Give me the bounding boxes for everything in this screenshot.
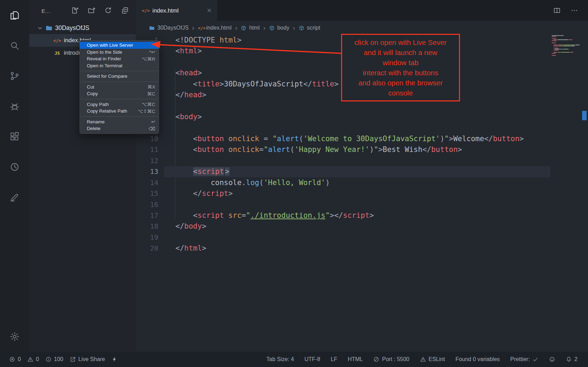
breadcrumb-item-30daysofjs[interactable]: 30DaysOfJS [149,25,189,31]
status-label: LF [331,356,337,362]
bell-icon [566,356,572,362]
menu-item-shortcut: ⌫ [149,126,155,131]
line-text[interactable] [164,232,550,243]
status-100[interactable]: 100 [45,356,63,362]
breadcrumb-item-body[interactable]: body [269,25,289,31]
menu-item-label: Open in Terminal [87,63,155,68]
folder-icon [45,24,53,32]
activity-debug-icon[interactable] [0,91,29,121]
tab-label: index.html [152,7,179,14]
activity-source-control-icon[interactable] [0,61,29,91]
annotation-line: interact with the buttons [344,68,458,78]
line-text[interactable]: </html> [164,243,550,254]
status-2[interactable]: 2 [566,356,578,362]
line-number: 20 [136,243,164,254]
line-number: 10 [136,133,164,144]
line-text[interactable] [164,123,550,133]
status-lf[interactable]: LF [331,356,337,362]
context-menu: Open with Live ServerOpen to the Side^↩R… [80,40,159,134]
breadcrumb-item-html[interactable]: html [241,25,259,31]
status-0[interactable]: 0 [27,356,39,362]
breadcrumb-separator: › [293,24,295,32]
line-text[interactable]: </body> [164,221,550,232]
status-right: Tab Size: 4UTF-8LFHTMLPort : 5500ESLintF… [266,356,578,362]
clock-icon [9,162,20,172]
annotation-line: and it will launch a new [344,47,458,58]
menu-item-open-with-live-server[interactable]: Open with Live Server [80,42,159,49]
menu-item-copy[interactable]: Copy⌘C [80,90,159,97]
code-line: 13 <script> [136,166,550,177]
activity-extensions-icon[interactable] [0,121,29,152]
status-tab-size-4[interactable]: Tab Size: 4 [266,356,294,362]
status-label: 0 [18,356,21,362]
status-smiley-icon[interactable] [549,356,555,362]
menu-item-copy-path[interactable]: Copy Path⌥⌘C [80,101,159,108]
activity-gear-icon[interactable] [0,321,29,352]
status-live-share[interactable]: Live Share [70,356,105,362]
status-label: UTF-8 [304,356,320,362]
code-line: 7 [136,101,550,112]
line-text[interactable]: <script src="./introduction.js"></script… [164,210,550,221]
menu-item-cut[interactable]: Cut⌘X [80,84,159,91]
menu-item-reveal-in-finder[interactable]: Reveal in Finder⌥⌘R [80,55,159,62]
debug-icon [9,101,20,112]
split-editor-icon[interactable] [553,7,561,14]
close-icon[interactable] [206,7,212,14]
new-folder-icon[interactable] [88,7,96,15]
activity-edit-session-icon[interactable] [0,182,29,212]
status-port-5500[interactable]: Port : 5500 [373,356,409,362]
minimap[interactable] [550,35,581,352]
status-label: Prettier: [510,356,530,362]
check-icon [532,356,538,362]
tab-bar: </> index.html [136,0,588,21]
menu-item-rename[interactable]: Rename↩ [80,118,159,125]
activity-search-icon[interactable] [0,30,29,61]
line-text[interactable]: </script> [164,188,550,199]
tab-index-html[interactable]: </> index.html [136,0,217,21]
line-text[interactable] [164,199,550,210]
menu-item-label: Open to the Side [87,49,144,55]
status-html[interactable]: HTML [348,356,363,362]
annotation-line: click on open with Live Sever [344,37,458,47]
breadcrumb-label: 30DaysOfJS [157,25,189,31]
status-utf-8[interactable]: UTF-8 [304,356,320,362]
status-lightning-icon[interactable] [111,356,118,362]
collapse-all-icon [121,7,129,14]
menu-item-open-in-terminal[interactable]: Open in Terminal [80,62,159,69]
line-text[interactable]: <body> [164,112,550,122]
html-file-icon: </> [143,7,149,14]
smiley-icon [549,356,555,362]
status-prettier[interactable]: Prettier: [510,356,538,362]
menu-item-copy-relative-path[interactable]: Copy Relative Path⌥⇧⌘C [80,108,159,115]
menu-item-open-to-the-side[interactable]: Open to the Side^↩ [80,49,159,56]
menu-item-label: Open with Live Server [87,43,155,48]
status-eslint[interactable]: ESLint [420,356,445,362]
chevron-down-icon [37,25,43,31]
more-icon[interactable] [571,7,578,14]
html-icon: </> [54,37,61,44]
folder-root-30DaysOfJS[interactable]: 30DaysOfJS [29,22,136,34]
status-found-0-variables[interactable]: Found 0 variables [455,356,500,362]
line-text[interactable]: <button onclick = "alert('Welcome to 30D… [164,133,550,144]
line-text[interactable]: console.log('Hello, World') [164,177,550,188]
new-file-icon[interactable] [71,7,79,15]
refresh-icon[interactable] [104,7,113,15]
activity-files-icon[interactable] [0,0,29,30]
line-text[interactable]: <script> [164,166,550,177]
tab-actions [553,0,588,21]
menu-item-select-for-compare[interactable]: Select for Compare [80,73,159,80]
menu-item-shortcut: ↩ [151,119,155,124]
menu-item-delete[interactable]: Delete⌫ [80,125,159,132]
code-line: 15 </script> [136,188,550,199]
status-0[interactable]: 0 [9,356,21,362]
menu-item-shortcut: ^↩ [149,49,155,55]
line-text[interactable] [164,101,550,112]
line-text[interactable]: <button onclick="alert('Happy New Year!'… [164,144,550,155]
activity-clock-icon[interactable] [0,152,29,182]
breadcrumb-item-script[interactable]: script [299,25,320,31]
minimap-content [550,35,581,56]
line-text[interactable] [164,155,550,166]
breadcrumb-item-index-html[interactable]: </>index.html [198,25,232,31]
collapse-all-icon[interactable] [121,7,129,15]
line-number: 18 [136,221,164,232]
